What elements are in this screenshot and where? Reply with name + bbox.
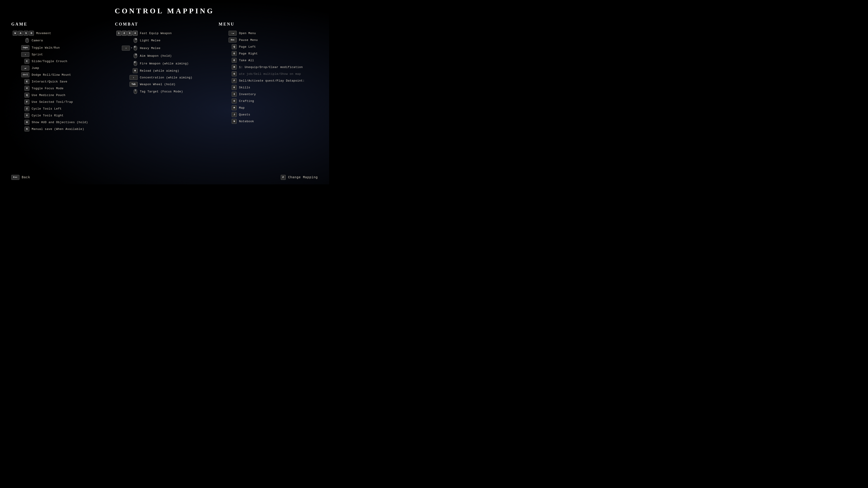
mouse-right-heavy-icon [133,45,138,51]
binding-quests: J Quests [219,112,318,117]
binding-map: M Map [219,105,318,110]
key-group-sprint: ⇧ [11,52,29,57]
key-group-fire [115,61,138,66]
binding-weapon-wheel: Tab Weapon Wheel (hold) [115,82,214,87]
binding-dodge: Ctrl Dodge Roll/Slow Mount [11,72,111,77]
key-2: 2 [122,31,127,36]
key-group-concentration: ⇧ [115,75,138,80]
action-sell-multi: ate job/Sell multiple/Show on map [239,72,301,76]
key-r-unequip: R [232,65,237,70]
action-take-all: Take All [239,59,254,62]
binding-heavy-melee: ⇧ + Heavy Melee [115,45,214,51]
key-group-sell-activate: F [219,78,237,83]
key-group-reload: R [115,68,138,73]
action-notebook: Notebook [239,120,254,123]
binding-aim: Aim Weapon (hold) [115,53,214,59]
key-n: N [232,119,237,124]
action-dodge: Dodge Roll/Slow Mount [32,73,71,76]
action-map: Map [239,106,245,109]
action-weapon-wheel: Weapon Wheel (hold) [140,83,176,86]
svg-rect-7 [134,46,135,48]
binding-crouch: C Slide/Toggle Crouch [11,59,111,64]
key-group-page-left: Q [219,44,237,49]
action-focus: Toggle Focus Mode [32,87,64,90]
action-page-left: Page Left [239,45,256,48]
action-crouch: Slide/Toggle Crouch [32,60,67,63]
key-x: X [24,113,29,118]
key-g-sell: G [232,71,237,76]
key-group-crouch: C [11,59,29,64]
key-group-quests: J [219,112,237,117]
key-group-togglewalk: Caps [11,45,29,50]
key-group-cycle-left: Z [11,106,29,111]
key-o: O [232,98,237,103]
action-light-melee: Light Melee [140,39,160,42]
key-lo-sprint: ⇧ [21,52,29,57]
action-quests: Quests [239,113,250,116]
action-pause: Pause Menu [239,38,258,42]
binding-crafting: O Crafting [219,98,318,103]
key-m: M [232,105,237,110]
binding-toggle-walk: Caps Toggle Walk/Run [11,45,111,50]
key-k: K [232,85,237,90]
key-group-1234: 1 2 3 4 [115,31,138,36]
binding-cycle-right: X Cycle Tools Right [11,113,111,118]
menu-column-header: MENU [219,22,318,27]
page-title: CONTROL MAPPING [11,7,318,15]
action-tool: Use Selected Tool/Trap [32,100,73,104]
content-area: CONTROL MAPPING GAME W A S D Movement [0,0,329,184]
key-group-inventory: I [219,92,237,97]
svg-rect-10 [135,54,137,55]
key-ctrl: Ctrl [21,72,29,77]
key-c: C [24,59,29,64]
key-group-save: G [11,127,29,131]
binding-pause-menu: Esc Pause Menu [219,37,318,42]
columns-container: GAME W A S D Movement [11,22,318,133]
action-sprint: Sprint [32,53,43,56]
key-4: 4 [133,31,138,36]
key-f-tool: F [24,99,29,104]
key-group-unequip: R [219,65,237,70]
binding-notebook: N Notebook [219,119,318,124]
binding-camera: Camera [11,37,111,43]
key-r-reload: R [133,68,138,73]
action-concentration: Concentration (while aiming) [140,76,192,79]
binding-skills: K Skills [219,85,318,90]
key-d: D [29,31,34,36]
action-heavy-melee: Heavy Melee [140,46,160,50]
action-skills: Skills [239,86,250,89]
key-group-tool: F [11,99,29,104]
key-q-medicine: Q [24,93,29,98]
binding-inventory: I Inventory [219,92,318,97]
mouse-right-aim-icon [133,53,138,59]
action-hud: Show HUD and Objectives (hold) [32,121,88,124]
binding-sell-multi: G ate job/Sell multiple/Show on map [219,71,318,76]
plus-heavy: + [131,46,132,50]
key-group-weapon-wheel: Tab [115,82,138,87]
key-f-sell: F [232,78,237,83]
binding-sprint: ⇧ Sprint [11,52,111,57]
key-group-heavy-melee: ⇧ + [115,45,138,51]
key-i: I [232,92,237,97]
key-e-takeall: E [232,58,237,63]
key-group-tag [115,89,138,94]
key-group-focus: V [11,86,29,91]
key-v: V [24,86,29,91]
action-unequip: 1: Unequip/Drop/Clear modification [239,66,303,69]
key-tab: Tab [129,82,138,87]
svg-rect-15 [135,90,136,91]
binding-concentration: ⇧ Concentration (while aiming) [115,75,214,80]
key-j: J [232,112,237,117]
binding-medicine: Q Use Medicine Pouch [11,93,111,98]
action-page-right: Page Right [239,52,258,55]
binding-movement: W A S D Movement [11,31,111,36]
combat-column: COMBAT 1 2 3 4 Fast Equip Weapon [115,22,214,133]
binding-interact: E Interact/Quick Save [11,79,111,84]
binding-sell-activate: F Sell/Activate quest/Play Datapoint: [219,78,318,83]
mouse-right-icon [133,37,138,43]
key-group-cycle-right: X [11,113,29,118]
mouse-left-fire-icon [133,61,138,66]
key-group-sell-multi: G [219,71,237,76]
key-group-camera [11,37,29,43]
action-medicine: Use Medicine Pouch [32,94,65,97]
